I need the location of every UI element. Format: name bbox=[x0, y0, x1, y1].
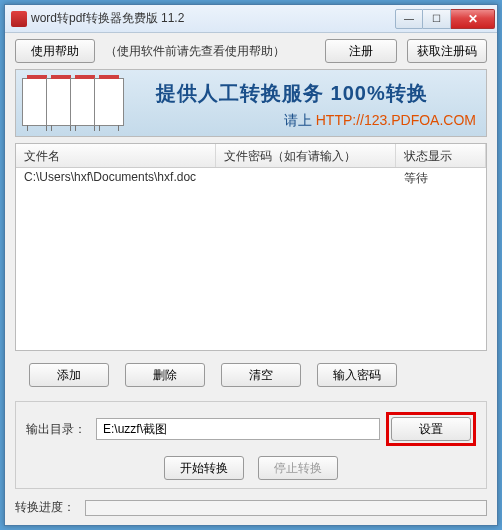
top-toolbar: 使用帮助 （使用软件前请先查看使用帮助） 注册 获取注册码 bbox=[15, 39, 487, 63]
file-buttons-row: 添加 删除 清空 输入密码 bbox=[29, 363, 487, 387]
clear-button[interactable]: 清空 bbox=[221, 363, 301, 387]
output-row: 输出目录： 设置 bbox=[26, 412, 476, 446]
help-hint: （使用软件前请先查看使用帮助） bbox=[105, 43, 315, 60]
help-button[interactable]: 使用帮助 bbox=[15, 39, 95, 63]
minimize-button[interactable]: — bbox=[395, 9, 423, 29]
titlebar: word转pdf转换器免费版 11.2 — ☐ ✕ bbox=[5, 5, 497, 33]
output-path-input[interactable] bbox=[96, 418, 380, 440]
progress-label: 转换进度： bbox=[15, 499, 79, 516]
banner-url[interactable]: HTTP://123.PDFOA.COM bbox=[316, 112, 476, 128]
col-status[interactable]: 状态显示 bbox=[396, 144, 486, 167]
get-code-button[interactable]: 获取注册码 bbox=[407, 39, 487, 63]
col-filename[interactable]: 文件名 bbox=[16, 144, 216, 167]
banner-subtitle: 请上 HTTP://123.PDFOA.COM bbox=[284, 112, 476, 130]
banner-title: 提供人工转换服务 100%转换 bbox=[156, 80, 428, 107]
enter-password-button[interactable]: 输入密码 bbox=[317, 363, 397, 387]
convert-row: 开始转换 停止转换 bbox=[26, 456, 476, 480]
set-output-button[interactable]: 设置 bbox=[391, 417, 471, 441]
table-row[interactable]: C:\Users\hxf\Documents\hxf.doc 等待 bbox=[16, 168, 486, 188]
register-button[interactable]: 注册 bbox=[325, 39, 397, 63]
banner: 提供人工转换服务 100%转换 请上 HTTP://123.PDFOA.COM bbox=[15, 69, 487, 137]
start-convert-button[interactable]: 开始转换 bbox=[164, 456, 244, 480]
add-button[interactable]: 添加 bbox=[29, 363, 109, 387]
output-label: 输出目录： bbox=[26, 421, 90, 438]
file-table: 文件名 文件密码（如有请输入） 状态显示 C:\Users\hxf\Docume… bbox=[15, 143, 487, 351]
maximize-button[interactable]: ☐ bbox=[423, 9, 451, 29]
client-area: 使用帮助 （使用软件前请先查看使用帮助） 注册 获取注册码 提供人工转换服务 1… bbox=[5, 33, 497, 525]
col-password[interactable]: 文件密码（如有请输入） bbox=[216, 144, 396, 167]
output-panel: 输出目录： 设置 开始转换 停止转换 bbox=[15, 401, 487, 489]
cell-status: 等待 bbox=[396, 168, 486, 188]
cell-password bbox=[216, 168, 396, 188]
app-icon bbox=[11, 11, 27, 27]
delete-button[interactable]: 删除 bbox=[125, 363, 205, 387]
banner-sub-prefix: 请上 bbox=[284, 112, 316, 128]
highlight-box: 设置 bbox=[386, 412, 476, 446]
close-button[interactable]: ✕ bbox=[451, 9, 495, 29]
window-controls: — ☐ ✕ bbox=[395, 9, 495, 29]
cell-filename: C:\Users\hxf\Documents\hxf.doc bbox=[16, 168, 216, 188]
app-window: word转pdf转换器免费版 11.2 — ☐ ✕ 使用帮助 （使用软件前请先查… bbox=[4, 4, 498, 526]
window-title: word转pdf转换器免费版 11.2 bbox=[31, 10, 395, 27]
table-header: 文件名 文件密码（如有请输入） 状态显示 bbox=[16, 144, 486, 168]
banner-illustration bbox=[22, 78, 118, 126]
stop-convert-button[interactable]: 停止转换 bbox=[258, 456, 338, 480]
progress-bar bbox=[85, 500, 487, 516]
table-body: C:\Users\hxf\Documents\hxf.doc 等待 bbox=[16, 168, 486, 350]
progress-row: 转换进度： bbox=[15, 499, 487, 516]
